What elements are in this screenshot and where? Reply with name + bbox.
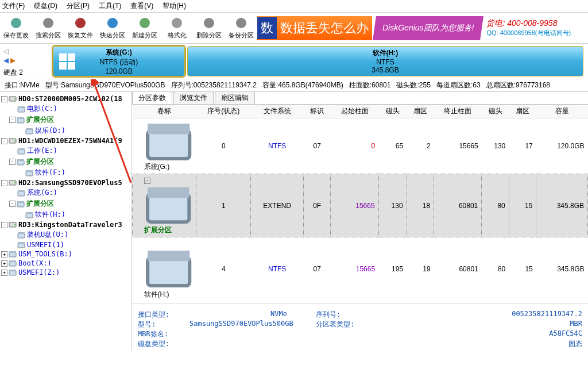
tree-node[interactable]: 系统(G:) [0,187,131,198]
menu-item[interactable]: 文件(F) [2,1,25,11]
svg-rect-8 [59,53,67,61]
col-header[interactable]: 序号(状态) [196,105,251,118]
svg-rect-39 [18,232,25,234]
svg-rect-38 [18,233,25,238]
table-row[interactable]: 系统(G:)0NTFS0706521566513017120.0GB [133,118,588,174]
menu-item[interactable]: 硬盘(D) [34,1,57,11]
col-header[interactable]: 容量 [536,105,588,118]
col-header[interactable]: 卷标 [133,105,196,118]
toolbar-label: 恢复文件 [68,31,93,40]
tree-toggle[interactable]: + [1,260,7,267]
svg-rect-33 [17,201,24,203]
tree-node[interactable]: USMEFI(1) [0,240,131,249]
tree-node[interactable]: +Boot(X:) [0,259,131,268]
table-row[interactable]: 软件(H:)4NTFS071566519519608018015345.8GB [133,237,588,301]
partition-table[interactable]: 卷标序号(状态)文件系统标识起始柱面磁头扇区终止柱面磁头扇区容量 系统(G:)0… [132,105,588,301]
backup-button[interactable]: 备份分区 [225,13,257,43]
col-header[interactable]: 扇区 [407,105,434,118]
tree-label: USMEFI(Z:) [18,268,60,276]
tab[interactable]: 分区参数 [132,92,172,104]
tree-node[interactable]: -HD1:WDCWD10EZEX-75WN4A1(9 [0,136,131,145]
prop-val: 005235821119347.2 [368,310,582,320]
tree-toggle[interactable]: - [1,222,7,228]
prop-key: 分区表类型: [316,320,368,329]
svg-point-3 [107,18,118,28]
svg-point-1 [43,18,53,28]
tab[interactable]: 扇区编辑 [215,92,255,104]
tree-toggle[interactable]: - [9,117,16,123]
disk-arrows[interactable]: ◀ ▶ [3,56,16,64]
col-header[interactable]: 磁头 [378,105,407,118]
tree-label: 扩展分区 [26,115,54,125]
col-header[interactable]: 文件系统 [251,105,304,118]
col-header[interactable]: 终止柱面 [434,105,482,118]
tree-node[interactable]: 软件(H:) [0,209,131,220]
svg-rect-26 [26,171,33,176]
prop-row: 接口类型:NVMe序列号:005235821119347.2 [138,310,582,320]
disk-tree[interactable]: -HD0:ST2000DM005-2CW102(18电影(C:)-扩展分区娱乐(… [0,92,132,351]
tree-node[interactable]: 工作(E:) [0,145,131,156]
svg-rect-15 [18,106,25,108]
table-row[interactable]: - 扩展分区1EXTEND0F1566513018608018015345.8G… [133,174,588,237]
tree-toggle[interactable]: + [1,270,7,276]
partition-title: 软件(H:) [373,48,399,58]
tree-toggle[interactable]: - [1,96,7,102]
tree-node[interactable]: -扩展分区 [0,198,131,209]
tree-node[interactable]: -RD3:KingstonDataTraveler3 [0,220,131,229]
tree-node[interactable]: -扩展分区 [0,156,131,167]
tree-node[interactable]: 电影(C:) [0,103,131,114]
menu-item[interactable]: 工具(T) [99,1,121,11]
quick-button[interactable]: 快速分区 [96,13,129,43]
svg-rect-46 [9,271,16,275]
svg-rect-47 [9,270,16,271]
partition-box[interactable]: 系统(G:)NTFS (活动)120.0GB [53,46,185,76]
tree-toggle[interactable]: - [1,180,7,186]
col-header[interactable]: 起始柱面 [331,105,378,118]
prop-key: 磁盘类型: [138,339,189,349]
tree-toggle[interactable]: + [1,251,7,258]
tree-node[interactable]: +USMEFI(Z:) [0,268,131,277]
tree-toggle[interactable]: - [9,201,16,207]
new-button[interactable]: 新建分区 [129,13,161,43]
svg-rect-14 [18,107,25,112]
partition-fs: NTFS [376,58,394,66]
tree-node[interactable]: -HD2:SamsungSSD970EVOPlus5 [0,178,131,187]
svg-point-4 [140,18,150,28]
svg-rect-25 [17,159,24,161]
col-header[interactable]: 磁头 [482,105,509,118]
save-button[interactable]: 保存更改 [0,13,32,43]
tree-toggle[interactable]: - [1,138,7,144]
svg-rect-45 [9,260,16,262]
svg-rect-27 [26,170,33,172]
promo-banner: 数 数据丢失怎么办 DiskGenius团队为您服务! 货电: 400-008-… [257,13,588,43]
menu-item[interactable]: 分区(P) [67,1,90,11]
promo-qq: QQ: 4000089958(与电话同号) [486,29,571,37]
tabs: 分区参数浏览文件扇区编辑 [132,92,588,105]
svg-rect-31 [18,190,25,192]
tree-node[interactable]: 娱乐(D:) [0,125,131,136]
partition-box[interactable]: 软件(H:)NTFS345.8GB [187,46,583,76]
tree-node[interactable]: +USM_TOOLS(B:) [0,249,131,259]
tree-node[interactable]: -扩展分区 [0,114,131,125]
prev-tiny-icon[interactable]: ◁ [3,47,9,55]
prop-key: 型号: [138,320,189,329]
tree-node[interactable]: 装机U盘(U:) [0,229,131,240]
col-header[interactable]: 扇区 [509,105,536,118]
prop-row: 型号:SamsungSSD970EVOPlus500GB分区表类型:MBR [138,320,582,329]
recover-button[interactable]: 恢复文件 [64,13,96,43]
search-button[interactable]: 搜索分区 [32,13,64,43]
menu-item[interactable]: 查看(V) [130,1,153,11]
format-button[interactable]: 格式化 [161,13,193,43]
tab[interactable]: 浏览文件 [173,92,214,104]
prop-row: 磁盘类型:固态 [138,339,582,349]
menu-item[interactable]: 帮助(H) [163,1,186,11]
svg-rect-50 [148,194,189,222]
svg-rect-23 [18,148,25,150]
tree-node[interactable]: -HD0:ST2000DM005-2CW102(18 [0,94,131,103]
col-header[interactable]: 标识 [303,105,331,118]
prop-row: MBR签名:A58FC54C [138,329,582,339]
tree-label: 电影(C:) [27,104,57,114]
tree-node[interactable]: 软件(F:) [0,167,131,178]
delete-button[interactable]: 删除分区 [193,13,225,43]
tree-toggle[interactable]: - [9,159,16,165]
